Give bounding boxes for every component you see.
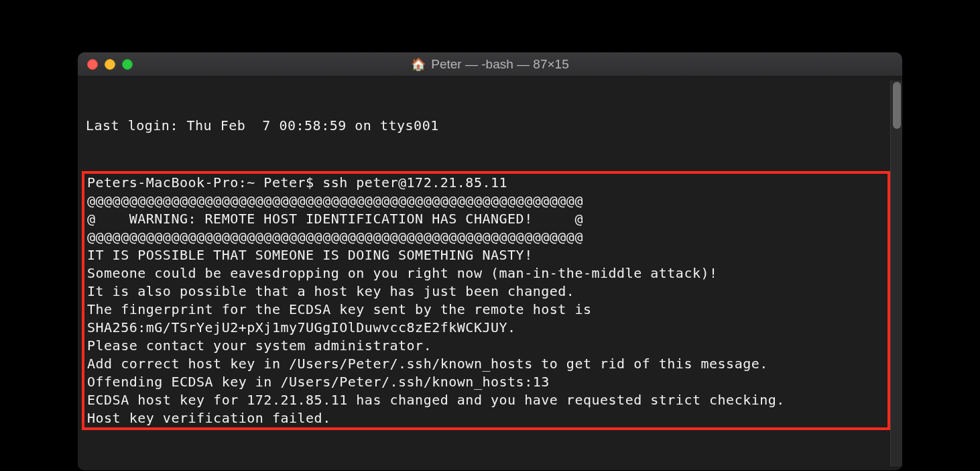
terminal-highlighted-block: Peters-MacBook-Pro:~ Peter$ ssh peter@17… — [82, 171, 890, 430]
terminal-line: The fingerprint for the ECDSA key sent b… — [86, 301, 887, 319]
terminal-pre-lines: Last login: Thu Feb 7 00:58:59 on ttys00… — [82, 117, 890, 135]
minimize-button[interactable] — [105, 59, 115, 70]
terminal-content[interactable]: Last login: Thu Feb 7 00:58:59 on ttys00… — [82, 81, 890, 466]
terminal-line: Host key verification failed. — [86, 409, 887, 427]
window-titlebar[interactable]: 🏠 Peter — -bash — 87×15 — [78, 52, 902, 76]
terminal-line: @@@@@@@@@@@@@@@@@@@@@@@@@@@@@@@@@@@@@@@@… — [86, 192, 887, 210]
traffic-lights — [87, 59, 133, 70]
scrollbar-thumb[interactable] — [893, 82, 901, 129]
terminal-line: @@@@@@@@@@@@@@@@@@@@@@@@@@@@@@@@@@@@@@@@… — [86, 228, 887, 246]
terminal-line: Add correct host key in /Users/Peter/.ss… — [86, 355, 887, 373]
terminal-line: Please contact your system administrator… — [86, 337, 887, 355]
terminal-body[interactable]: Last login: Thu Feb 7 00:58:59 on ttys00… — [78, 76, 902, 470]
terminal-line: Offending ECDSA key in /Users/Peter/.ssh… — [86, 373, 887, 391]
terminal-window: 🏠 Peter — -bash — 87×15 Last login: Thu … — [78, 52, 902, 470]
terminal-line: ECDSA host key for 172.21.85.11 has chan… — [86, 391, 887, 409]
zoom-button[interactable] — [122, 59, 133, 70]
close-button[interactable] — [87, 59, 98, 70]
terminal-line: Peters-MacBook-Pro:~ Peter$ ssh peter@17… — [86, 174, 887, 192]
home-icon: 🏠 — [411, 57, 426, 72]
window-title: 🏠 Peter — -bash — 87×15 — [78, 57, 902, 72]
window-title-text: Peter — -bash — 87×15 — [431, 57, 568, 72]
terminal-line: It is also possible that a host key has … — [86, 282, 887, 301]
terminal-line: IT IS POSSIBLE THAT SOMEONE IS DOING SOM… — [86, 246, 887, 264]
terminal-line: SHA256:mG/TSrYejU2+pXj1my7UGgIOlDuwvcc8z… — [86, 319, 887, 337]
scrollbar-track[interactable] — [890, 81, 902, 466]
terminal-line: Last login: Thu Feb 7 00:58:59 on ttys00… — [82, 117, 890, 135]
terminal-line: @ WARNING: REMOTE HOST IDENTIFICATION HA… — [86, 210, 887, 228]
terminal-line: Someone could be eavesdropping on you ri… — [86, 264, 887, 282]
